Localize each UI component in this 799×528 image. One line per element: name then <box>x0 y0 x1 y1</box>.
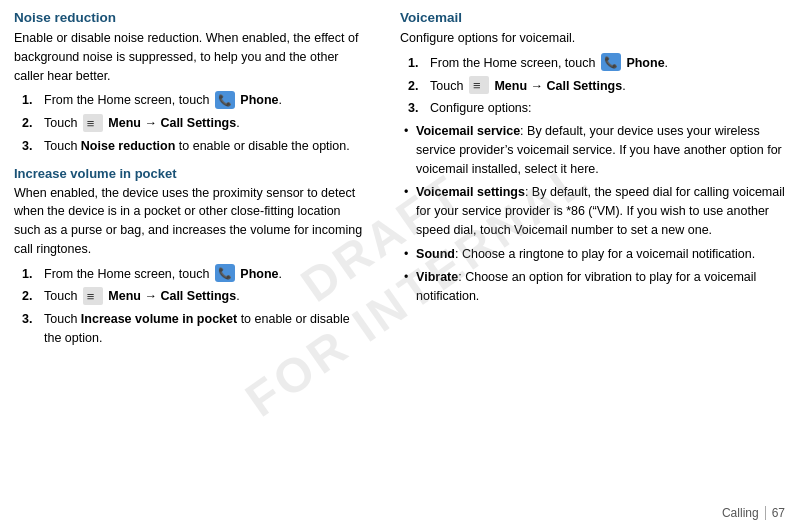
noise-step-2: 2. Touch Menu → Call Settings. <box>22 114 368 133</box>
noise-reduction-body: Enable or disable noise reduction. When … <box>14 29 368 85</box>
phone-icon <box>215 91 235 109</box>
menu-icon <box>83 287 103 305</box>
voicemail-title: Voicemail <box>400 10 785 25</box>
volume-step-3: 3. Touch Increase volume in pocket to en… <box>22 310 368 348</box>
volume-pocket-title: Increase volume in pocket <box>14 166 368 181</box>
voicemail-step-3: 3. Configure options: <box>408 99 785 118</box>
step-number: 3. <box>22 137 44 156</box>
step-number: 2. <box>408 77 430 96</box>
noise-step-1: 1. From the Home screen, touch Phone. <box>22 91 368 110</box>
step-number: 2. <box>22 287 44 306</box>
voicemail-step-2: 2. Touch Menu → Call Settings. <box>408 77 785 96</box>
bullet-voicemail-service: Voicemail service: By default, your devi… <box>404 122 785 178</box>
bullet-voicemail-settings: Voicemail settings: By default, the spee… <box>404 183 785 239</box>
step-content: Touch Menu → Call Settings. <box>44 287 368 306</box>
voicemail-step-1: 1. From the Home screen, touch Phone. <box>408 54 785 73</box>
menu-label: Menu → Call Settings <box>108 116 236 130</box>
page-container: Noise reduction Enable or disable noise … <box>0 0 799 528</box>
footer-label: Calling <box>722 506 759 520</box>
footer: Calling 67 <box>722 506 785 520</box>
step-content: From the Home screen, touch Phone. <box>44 265 368 284</box>
menu-icon <box>83 114 103 132</box>
step-number: 2. <box>22 114 44 133</box>
footer-divider <box>765 506 766 520</box>
step-content: From the Home screen, touch Phone. <box>430 54 785 73</box>
step-content: From the Home screen, touch Phone. <box>44 91 368 110</box>
step-number: 3. <box>408 99 430 118</box>
phone-label: Phone <box>240 93 278 107</box>
left-column: Noise reduction Enable or disable noise … <box>14 10 384 518</box>
step-content: Touch Menu → Call Settings. <box>430 77 785 96</box>
option-label: Noise reduction <box>81 139 175 153</box>
step-content: Touch Increase volume in pocket to enabl… <box>44 310 368 348</box>
option-label: Increase volume in pocket <box>81 312 237 326</box>
voicemail-bullets: Voicemail service: By default, your devi… <box>404 122 785 306</box>
volume-step-2: 2. Touch Menu → Call Settings. <box>22 287 368 306</box>
phone-icon <box>215 264 235 282</box>
noise-reduction-title: Noise reduction <box>14 10 368 25</box>
noise-step-3: 3. Touch Noise reduction to enable or di… <box>22 137 368 156</box>
step-content: Configure options: <box>430 99 785 118</box>
menu-label: Menu → Call Settings <box>108 289 236 303</box>
bullet-vibrate: Vibrate: Choose an option for vibration … <box>404 268 785 306</box>
step-content: Touch Menu → Call Settings. <box>44 114 368 133</box>
footer-page: 67 <box>772 506 785 520</box>
step-number: 1. <box>22 91 44 110</box>
bullet-sound: Sound: Choose a ringtone to play for a v… <box>404 245 785 264</box>
phone-label: Phone <box>240 267 278 281</box>
menu-label: Menu → Call Settings <box>494 79 622 93</box>
volume-step-1: 1. From the Home screen, touch Phone. <box>22 265 368 284</box>
step-content: Touch Noise reduction to enable or disab… <box>44 137 368 156</box>
voicemail-steps: 1. From the Home screen, touch Phone. 2.… <box>408 54 785 118</box>
menu-icon <box>469 76 489 94</box>
step-number: 1. <box>408 54 430 73</box>
phone-icon <box>601 53 621 71</box>
step-number: 1. <box>22 265 44 284</box>
volume-pocket-steps: 1. From the Home screen, touch Phone. 2.… <box>22 265 368 348</box>
voicemail-intro: Configure options for voicemail. <box>400 29 785 48</box>
right-column: Voicemail Configure options for voicemai… <box>384 10 785 518</box>
phone-label: Phone <box>626 56 664 70</box>
noise-reduction-steps: 1. From the Home screen, touch Phone. 2.… <box>22 91 368 155</box>
step-number: 3. <box>22 310 44 329</box>
volume-pocket-body: When enabled, the device uses the proxim… <box>14 184 368 259</box>
